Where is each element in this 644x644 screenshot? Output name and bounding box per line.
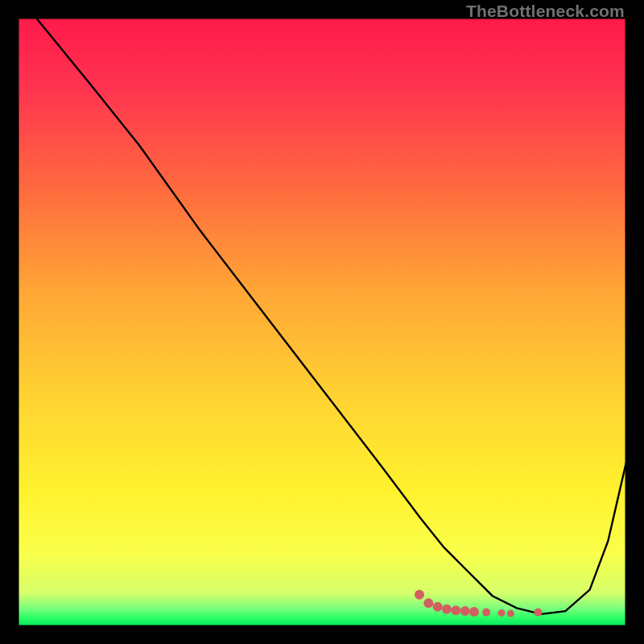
highlight-dot [534, 609, 542, 617]
highlight-dot [415, 590, 424, 600]
highlight-dot [482, 609, 490, 617]
chart-frame [18, 18, 626, 626]
highlight-dot [442, 605, 452, 614]
highlight-dot [469, 607, 479, 617]
highlight-dot [423, 598, 433, 608]
highlight-dot [460, 606, 470, 616]
highlight-dot [507, 610, 514, 617]
highlight-dot [498, 609, 506, 617]
highlight-dot [451, 605, 460, 615]
chart-svg [18, 18, 626, 626]
highlight-dot [433, 602, 443, 612]
